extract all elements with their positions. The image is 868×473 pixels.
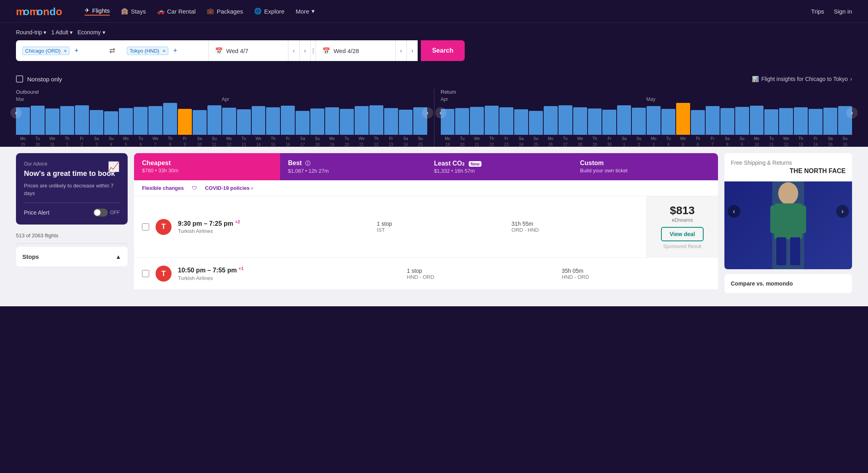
remove-origin-icon[interactable]: × (64, 48, 67, 54)
bar-22[interactable] (764, 109, 778, 135)
return-prev-button[interactable]: ‹ (435, 107, 446, 118)
search-button[interactable]: Search (421, 40, 464, 61)
flight-1-checkbox[interactable] (142, 223, 149, 231)
bar-6[interactable] (104, 111, 118, 135)
bar-24[interactable] (794, 107, 808, 135)
bar-26[interactable] (399, 110, 413, 135)
logo[interactable]: m o m o n d o (16, 5, 72, 18)
ad-prev-button[interactable]: ‹ (728, 205, 740, 218)
nav-item-packages[interactable]: 💼 Packages (207, 8, 243, 15)
flight-insights-link[interactable]: 📊 Flight insights for Chicago to Tokyo › (752, 76, 852, 82)
outbound-next-button[interactable]: › (422, 107, 433, 118)
passengers-dropdown[interactable]: 1 Adult ▾ (51, 29, 73, 35)
view-deal-button-1[interactable]: View deal (661, 227, 704, 241)
origin-input[interactable]: Chicago (ORD) × + (16, 40, 104, 61)
label-5: 5 (676, 142, 690, 147)
bar-13[interactable] (632, 108, 646, 135)
bar-10[interactable] (588, 108, 602, 135)
bar-7[interactable] (544, 106, 558, 135)
bar-18[interactable] (281, 106, 295, 135)
nav-item-flights[interactable]: ✈ Flights (85, 7, 110, 16)
bar-3[interactable] (60, 106, 74, 135)
bar-15[interactable] (237, 109, 251, 135)
swap-airports-button[interactable]: ⇄ (104, 40, 120, 61)
toggle-track[interactable] (93, 209, 108, 217)
tab-least-co2[interactable]: Least CO₂ New $1,332 • 16h 57m (426, 153, 572, 180)
depart-prev-button[interactable]: ‹ (288, 40, 299, 61)
tab-custom[interactable]: Custom Build your own ticket (572, 153, 718, 180)
bar-11[interactable] (178, 109, 192, 135)
bar-22[interactable] (340, 109, 354, 135)
bar-17[interactable] (266, 107, 280, 135)
bar-9[interactable] (573, 107, 587, 135)
bar-25[interactable] (384, 108, 398, 135)
bar-13[interactable] (207, 105, 221, 135)
bar-23[interactable] (355, 106, 369, 135)
nav-item-explore[interactable]: 🌐 Explore (254, 8, 284, 15)
bar-5[interactable] (514, 109, 528, 135)
bar-10[interactable] (163, 103, 177, 135)
bar-6[interactable] (529, 111, 543, 135)
tab-cheapest[interactable]: Cheapest $780 • 33h 30m (134, 153, 280, 180)
add-destination-icon[interactable]: + (173, 47, 178, 55)
remove-destination-icon[interactable]: × (162, 48, 166, 54)
add-origin-icon[interactable]: + (74, 47, 79, 55)
bar-12[interactable] (193, 110, 207, 135)
bar-5[interactable] (90, 110, 104, 135)
bar-14[interactable] (222, 108, 236, 135)
bar-26[interactable] (823, 108, 837, 135)
stops-header[interactable]: Stops ▲ (22, 253, 121, 260)
bar-9[interactable] (148, 106, 162, 135)
bar-16[interactable] (676, 103, 690, 135)
bar-2[interactable] (470, 107, 484, 135)
bar-2[interactable] (45, 108, 59, 135)
bar-8[interactable] (558, 105, 572, 135)
tab-best[interactable]: Best ⓘ $1,087 • 12h 27m (280, 153, 426, 180)
bar-21[interactable] (750, 106, 764, 135)
trips-link[interactable]: Trips (811, 8, 824, 15)
trip-type-dropdown[interactable]: Round-trip ▾ (16, 29, 46, 35)
ad-next-button[interactable]: › (836, 205, 849, 218)
cabin-dropdown[interactable]: Economy ▾ (77, 29, 105, 35)
bar-25[interactable] (809, 109, 823, 135)
bar-1[interactable] (455, 108, 469, 135)
bar-24[interactable] (369, 105, 383, 135)
bar-1[interactable] (31, 106, 45, 135)
bar-17[interactable] (691, 110, 705, 135)
bar-8[interactable] (134, 107, 148, 135)
return-next-button[interactable]: › (406, 40, 418, 61)
flexible-changes-link[interactable]: Flexible changes (142, 185, 184, 191)
return-next-button[interactable]: › (846, 107, 858, 118)
bar-7[interactable] (119, 108, 133, 135)
outbound-prev-button[interactable]: ‹ (10, 107, 22, 118)
bar-11[interactable] (602, 110, 616, 135)
return-date-input[interactable]: 📅 Wed 4/28 (316, 40, 395, 61)
bar-12[interactable] (617, 105, 631, 135)
bar-18[interactable] (706, 106, 720, 135)
bar-4[interactable] (75, 105, 89, 135)
price-alert-toggle[interactable]: OFF (93, 209, 120, 217)
bar-4[interactable] (499, 107, 513, 135)
bar-3[interactable] (485, 106, 499, 135)
bar-23[interactable] (779, 108, 793, 135)
return-prev-button[interactable]: ‹ (395, 40, 406, 61)
flight-2-checkbox[interactable] (142, 270, 149, 277)
depart-date-input[interactable]: 📅 Wed 4/7 (208, 40, 288, 61)
bar-16[interactable] (252, 106, 266, 135)
bar-14[interactable] (647, 106, 661, 135)
covid-policies-link[interactable]: COVID-19 policies › (205, 185, 253, 191)
depart-next-button[interactable]: › (299, 40, 310, 61)
nonstop-checkbox[interactable] (16, 75, 23, 83)
bar-19[interactable] (296, 111, 310, 135)
nav-item-more[interactable]: More ▾ (296, 8, 315, 15)
nav-item-car-rental[interactable]: 🚗 Car Rental (157, 8, 196, 15)
nav-item-stays[interactable]: 🏨 Stays (121, 8, 146, 15)
signin-link[interactable]: Sign in (834, 8, 852, 15)
bar-20[interactable] (735, 107, 749, 135)
destination-input[interactable]: Tokyo (HND) × + (120, 40, 208, 61)
nonstop-checkbox-label[interactable]: Nonstop only (16, 75, 62, 83)
bar-15[interactable] (661, 109, 675, 135)
bar-19[interactable] (720, 108, 734, 135)
bar-21[interactable] (325, 107, 339, 135)
bar-20[interactable] (310, 108, 324, 135)
